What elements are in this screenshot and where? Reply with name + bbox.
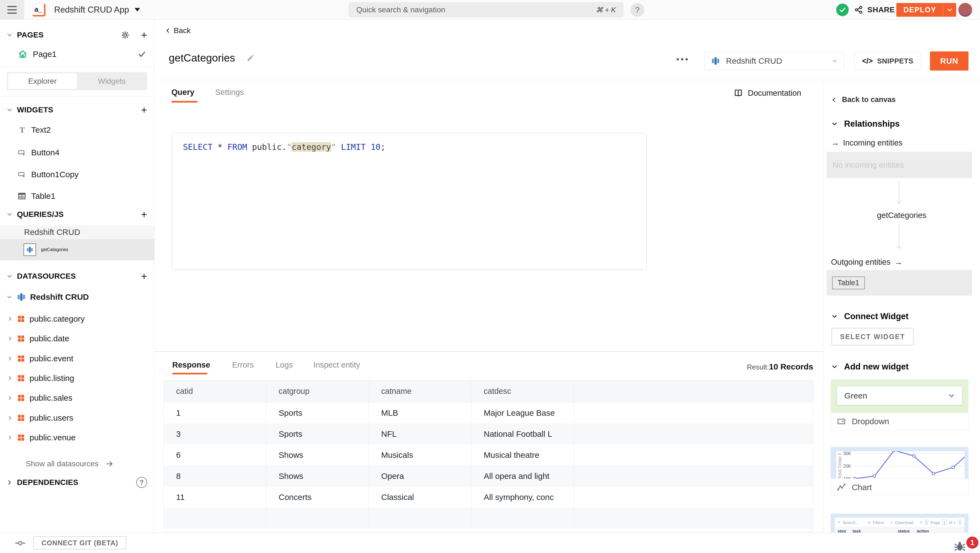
next-page-button[interactable]: ›	[958, 520, 962, 525]
sidebar-item-table1[interactable]: Table1	[0, 190, 154, 202]
add-dropdown-widget-button[interactable]: Dropdown	[831, 413, 969, 430]
documentation-link[interactable]: Documentation	[733, 88, 801, 98]
sidebar-item-table-public-sales[interactable]: public.sales	[0, 391, 154, 405]
relationship-node-getcategories[interactable]: getCategories	[823, 211, 980, 220]
bug-icon	[954, 540, 966, 553]
pages-settings-gear-icon[interactable]	[121, 30, 130, 39]
select-widget-button[interactable]: SELECT WIDGET	[832, 328, 913, 346]
dropdown-widget-preview-card[interactable]: Green	[831, 379, 969, 413]
tab-explorer[interactable]: Explorer	[8, 73, 77, 89]
queries-section-header[interactable]: QUERIES/JS +	[0, 209, 154, 220]
dependencies-help-icon[interactable]: ?	[136, 477, 147, 488]
chevron-down-icon	[948, 392, 955, 400]
sidebar-item-table-public-event[interactable]: public.event	[0, 352, 154, 365]
tab-errors[interactable]: Errors	[232, 360, 254, 370]
chevron-right-icon	[7, 355, 13, 362]
sql-editor[interactable]: SELECT * FROM public."category" LIMIT 10…	[172, 133, 647, 269]
sidebar-item-table-public-date[interactable]: public.date	[0, 332, 154, 345]
sidebar-item-getcategories[interactable]: getCategories	[0, 239, 154, 260]
connect-widget-section-header[interactable]: Connect Widget	[831, 311, 908, 321]
status-bar: CONNECT GIT (BETA) 1	[0, 532, 980, 553]
response-table[interactable]: catid catgroup catname catdesc 1 Sports …	[164, 380, 813, 532]
query-group-redshift-crud[interactable]: Redshift CRUD	[0, 225, 154, 239]
active-page-check-icon	[138, 50, 146, 58]
show-all-datasources-link[interactable]: Show all datasources	[26, 459, 114, 468]
add-page-button[interactable]: +	[141, 31, 147, 39]
arrow-right-icon: →	[894, 257, 903, 267]
connect-git-button[interactable]: CONNECT GIT (BETA)	[33, 536, 126, 550]
deploy-button[interactable]: DEPLOY	[896, 3, 956, 17]
tab-query[interactable]: Query	[172, 88, 194, 97]
snippets-button[interactable]: </> SNIPPETS	[854, 52, 921, 70]
code-icon: </>	[862, 57, 873, 65]
help-button[interactable]: ?	[630, 3, 644, 17]
add-query-button[interactable]: +	[141, 210, 147, 218]
sidebar-item-datasource-redshift-crud[interactable]: Redshift CRUD	[0, 290, 154, 304]
sidebar-item-table-public-category[interactable]: public.category	[0, 312, 154, 325]
add-new-widget-section-header[interactable]: Add new widget	[831, 362, 908, 372]
hamburger-menu-button[interactable]	[0, 0, 24, 19]
dependencies-section-header[interactable]: DEPENDENCIES ?	[0, 477, 154, 488]
table-row: 11 Concerts Classical All symphony, conc	[164, 486, 813, 508]
outgoing-entity-table1[interactable]: Table1	[832, 276, 865, 289]
sidebar-item-page1[interactable]: Page1	[0, 46, 154, 62]
sidebar-item-table-public-listing[interactable]: public.listing	[0, 372, 154, 385]
filters-icon	[868, 520, 870, 524]
back-to-canvas-button[interactable]: Back to canvas	[831, 96, 896, 104]
text-widget-icon: T	[18, 125, 27, 135]
table-row: 1 Sports MLB Major League Base	[164, 402, 813, 423]
tab-widgets[interactable]: Widgets	[77, 73, 146, 89]
datasources-section-header[interactable]: DATASOURCES +	[0, 271, 154, 282]
datasource-selector[interactable]: Redshift CRUD	[705, 52, 845, 70]
tab-settings[interactable]: Settings	[215, 88, 244, 97]
response-table-header: catid catgroup catname catdesc	[164, 381, 813, 402]
table-icon	[17, 374, 25, 382]
dropdown-preview-select[interactable]: Green	[837, 386, 962, 405]
button-widget-icon	[18, 148, 26, 157]
hamburger-icon	[7, 5, 17, 15]
prev-page-button[interactable]: ‹	[924, 520, 928, 525]
relationships-section-header[interactable]: Relationships	[831, 119, 900, 129]
app-title-menu[interactable]: Redshift CRUD App	[54, 0, 140, 19]
run-button[interactable]: RUN	[930, 51, 969, 70]
search-input[interactable]: Quick search & navigation ⌘ + K	[348, 2, 624, 18]
tab-logs[interactable]: Logs	[275, 360, 293, 370]
table-icon	[17, 335, 25, 343]
add-datasource-button[interactable]: +	[141, 272, 147, 280]
redshift-datasource-icon	[711, 56, 721, 66]
chart-widget-icon	[837, 483, 846, 492]
share-button[interactable]: SHARE	[854, 0, 895, 19]
git-branch-icon	[15, 538, 26, 549]
query-header: Back getCategories ••• Redshift CRUD </>…	[154, 20, 980, 80]
sidebar-item-button4[interactable]: Button4	[0, 146, 154, 159]
tab-response[interactable]: Response	[172, 360, 210, 370]
deploy-menu-chevron[interactable]	[943, 7, 956, 13]
chart-y-axis-label: Total Order Revenue	[837, 453, 843, 479]
debugger-button[interactable]: 1	[954, 534, 980, 553]
user-avatar[interactable]	[958, 3, 972, 17]
sql-query-text: SELECT * FROM public."category" LIMIT 10…	[183, 142, 385, 152]
table-row: 6 Shows Musicals Musical theatre	[164, 445, 813, 465]
sidebar-item-text2[interactable]: T Text2	[0, 123, 154, 137]
outgoing-entities-label: Outgoing entities →	[831, 257, 903, 267]
widgets-section-header[interactable]: WIDGETS +	[0, 105, 154, 115]
table-row: 8 Shows Opera All opera and light	[164, 465, 813, 486]
sidebar-item-table-public-users[interactable]: public.users	[0, 411, 154, 424]
add-chart-widget-button[interactable]: Chart	[831, 479, 969, 496]
search-icon	[838, 520, 840, 524]
share-icon	[854, 5, 863, 14]
more-actions-button[interactable]: •••	[676, 54, 690, 64]
redshift-datasource-icon	[16, 292, 26, 302]
page-number-input[interactable]: 1	[942, 520, 947, 525]
edit-name-pencil-icon[interactable]	[246, 54, 255, 62]
back-button[interactable]: Back	[165, 26, 191, 35]
download-icon	[890, 520, 893, 524]
add-widget-button[interactable]: +	[141, 106, 147, 114]
chevron-down-icon	[6, 107, 13, 113]
sidebar-item-table-public-venue[interactable]: public.venue	[0, 431, 154, 444]
tab-inspect-entity[interactable]: Inspect entity	[313, 360, 360, 370]
sidebar-item-button1copy[interactable]: Button1Copy	[0, 168, 154, 181]
column-header: catdesc	[471, 381, 574, 402]
pages-section-header[interactable]: PAGES +	[0, 30, 154, 40]
app-logo-icon[interactable]: a_	[32, 3, 45, 16]
